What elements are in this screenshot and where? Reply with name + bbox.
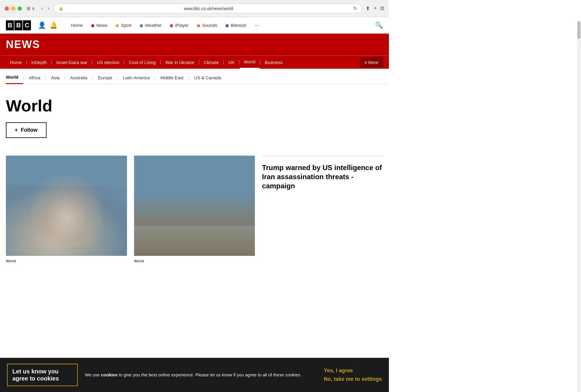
home-label: Home (71, 23, 83, 28)
sounds-label: Sounds (202, 23, 217, 28)
sub-nav-asia[interactable]: Asia (46, 73, 64, 84)
share-icon[interactable]: ⬆ (366, 5, 370, 12)
main-nav: Home | InDepth | Israel-Gaza war | US el… (0, 55, 389, 69)
main-nav-war-ukraine[interactable]: War in Ukraine (161, 56, 199, 68)
tabs-icon[interactable]: ⧉ (380, 5, 384, 11)
back-button[interactable]: ‹ (40, 4, 44, 13)
main-nav-climate[interactable]: Climate (200, 56, 223, 68)
article-title-side: Trump warned by US intelligence of Iran … (262, 163, 383, 191)
follow-label: Follow (21, 127, 38, 133)
sub-nav-world[interactable]: World (6, 72, 23, 84)
news-grid: World World Trump warned by US intellige… (6, 156, 383, 263)
notifications-icon[interactable]: 🔔 (49, 22, 57, 29)
main-nav-cost-of-living[interactable]: Cost of Living (125, 56, 160, 68)
bbc-logo-block-3: C (23, 20, 31, 30)
more-menu-button[interactable]: ≡ More (360, 57, 383, 68)
news-article-side[interactable]: Trump warned by US intelligence of Iran … (262, 156, 383, 263)
main-nav-uk[interactable]: UK (224, 56, 239, 68)
forward-button[interactable]: › (46, 4, 50, 13)
minimize-button[interactable] (11, 6, 15, 11)
sport-label: Sport (121, 23, 131, 28)
weather-label: Weather (145, 23, 161, 28)
follow-button[interactable]: + Follow (6, 122, 47, 138)
main-nav-us-election[interactable]: US election (93, 56, 124, 68)
news-card-main-right[interactable]: World (134, 156, 255, 263)
nav-weather[interactable]: ◼ Weather (136, 20, 166, 30)
sub-nav: World | Africa | Asia | Australia | Euro… (0, 69, 389, 84)
sub-nav-africa[interactable]: Africa (24, 73, 45, 84)
sport-icon: ◼ (115, 23, 119, 28)
traffic-lights (5, 6, 22, 11)
sub-nav-europe[interactable]: Europe (93, 73, 117, 84)
nav-news[interactable]: ◼ News (87, 20, 112, 30)
nav-sounds[interactable]: ◼ Sounds (193, 20, 221, 30)
close-button[interactable] (5, 6, 9, 11)
news-header-bar: NEWS (0, 34, 389, 55)
news-icon: ◼ (91, 23, 95, 28)
browser-chrome: ⊞ ∨ ‹ › 🔒 www.bbc.co.uk/news/world ↻ ⬆ +… (0, 0, 389, 17)
nav-buttons: ‹ › (40, 4, 50, 13)
sidebar-toggle-button[interactable]: ⊞ ∨ (25, 4, 36, 12)
nav-bitesize[interactable]: ◼ Bitesize (221, 20, 250, 30)
bitesize-label: Bitesize (231, 23, 246, 28)
fullscreen-button[interactable] (18, 6, 22, 11)
nav-more[interactable]: ··· (250, 19, 264, 31)
news-label: News (96, 23, 108, 28)
nav-iplayer[interactable]: ◼ iPlayer (166, 20, 193, 30)
news-card-main-left[interactable]: World (6, 156, 127, 263)
search-icon[interactable]: 🔍 (375, 22, 383, 29)
nav-home[interactable]: Home (67, 20, 87, 30)
reload-button[interactable]: ↻ (353, 6, 357, 11)
more-menu-label: ≡ More (364, 60, 378, 65)
article-label-left: World (6, 259, 16, 263)
iplayer-label: iPlayer (175, 23, 189, 28)
address-bar[interactable]: 🔒 www.bbc.co.uk/news/world ↻ (54, 4, 362, 13)
browser-actions: ⬆ + ⧉ (366, 5, 384, 12)
page-title: World (6, 96, 383, 115)
main-nav-israel-gaza[interactable]: Israel-Gaza war (52, 56, 92, 68)
bbc-logo-block: B (6, 20, 14, 30)
iplayer-icon: ◼ (170, 23, 173, 28)
sub-nav-latin-america[interactable]: Latin America (118, 73, 154, 84)
nav-sport[interactable]: ◼ Sport (111, 20, 136, 30)
news-title: NEWS (6, 38, 383, 51)
bbc-top-bar: B B C 👤 🔔 Home ◼ News ◼ Sport ◼ Weather … (0, 17, 389, 34)
bbc-user-icons: 👤 🔔 (38, 22, 57, 29)
sub-nav-middle-east[interactable]: Middle East (156, 73, 188, 84)
main-nav-indepth[interactable]: InDepth (27, 56, 51, 68)
news-card-image-smoke (6, 156, 127, 256)
article-label-right: World (134, 259, 144, 263)
bitesize-icon: ◼ (225, 23, 229, 28)
sub-nav-us-canada[interactable]: US & Canada (189, 73, 226, 84)
weather-icon: ◼ (140, 23, 143, 28)
news-card-image-city (134, 156, 255, 256)
more-label: ··· (255, 22, 260, 29)
sounds-icon: ◼ (197, 23, 200, 28)
page-content: World + Follow World World Trump warned … (0, 84, 389, 275)
bbc-logo-block-2: B (14, 20, 22, 30)
lock-icon: 🔒 (59, 6, 63, 11)
main-nav-business[interactable]: Business (261, 56, 287, 68)
sub-nav-australia[interactable]: Australia (65, 73, 92, 84)
article-divider (262, 156, 383, 156)
new-tab-icon[interactable]: + (374, 5, 377, 11)
follow-plus-icon: + (15, 127, 18, 133)
main-nav-home[interactable]: Home (6, 56, 26, 68)
main-nav-world[interactable]: World (240, 56, 260, 69)
top-navigation: Home ◼ News ◼ Sport ◼ Weather ◼ iPlayer … (67, 19, 368, 31)
account-icon[interactable]: 👤 (38, 22, 46, 29)
bbc-logo[interactable]: B B C (6, 20, 31, 30)
url-text: www.bbc.co.uk/news/world (66, 6, 351, 11)
